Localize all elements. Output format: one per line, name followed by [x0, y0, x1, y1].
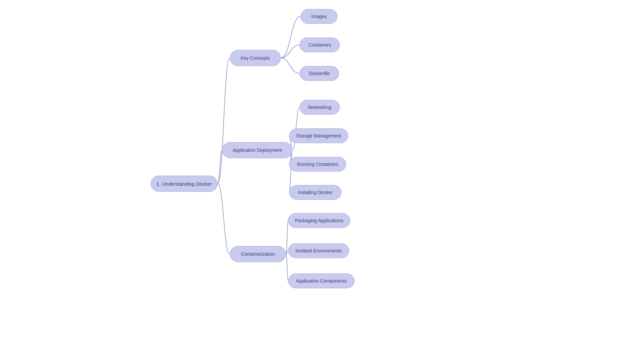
- leaf8-label: Packaging Applications: [295, 218, 343, 223]
- connections-svg: [0, 0, 644, 362]
- dockerfile-node: Dockerfile: [300, 66, 339, 81]
- mid3-label: Containerization: [241, 251, 275, 257]
- installing-docker-node: Installing Docker: [289, 185, 341, 200]
- leaf10-label: Application Components: [296, 278, 347, 284]
- mid1-node: Key Concepts: [230, 50, 281, 66]
- packaging-applications-node: Packaging Applications: [288, 213, 350, 228]
- leaf3-label: Dockerfile: [309, 71, 330, 76]
- leaf4-label: Networking: [308, 105, 331, 110]
- mid2-label: Application Deployment: [232, 147, 282, 153]
- isolated-environments-node: Isolated Environments: [288, 243, 349, 258]
- images-node: Images: [301, 9, 337, 24]
- leaf6-label: Running Containers: [297, 162, 338, 167]
- root-label: 1. Understanding Docker: [156, 181, 212, 187]
- leaf5-label: Storage Management: [296, 133, 341, 138]
- networking-node: Networking: [300, 100, 340, 115]
- containers-node: Containers: [300, 38, 340, 52]
- application-components-node: Application Components: [288, 274, 355, 288]
- leaf7-label: Installing Docker: [298, 190, 333, 195]
- storage-management-node: Storage Management: [289, 128, 348, 143]
- mindmap-canvas: 1. Understanding Docker Key Concepts App…: [0, 0, 644, 362]
- running-containers-node: Running Containers: [289, 157, 346, 172]
- root-node: 1. Understanding Docker: [151, 176, 218, 192]
- mid3-node: Containerization: [230, 246, 286, 262]
- leaf2-label: Containers: [308, 42, 331, 48]
- leaf9-label: Isolated Environments: [296, 248, 342, 253]
- mid1-label: Key Concepts: [240, 55, 270, 61]
- mid2-node: Application Deployment: [222, 142, 292, 158]
- leaf1-label: Images: [311, 14, 327, 19]
